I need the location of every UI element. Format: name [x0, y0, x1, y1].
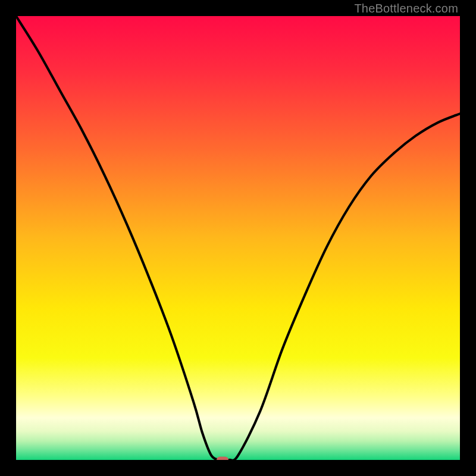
bottleneck-curve — [16, 16, 460, 460]
plot-frame — [16, 16, 460, 460]
min-marker — [217, 457, 228, 461]
watermark-text: TheBottleneck.com — [354, 2, 458, 15]
